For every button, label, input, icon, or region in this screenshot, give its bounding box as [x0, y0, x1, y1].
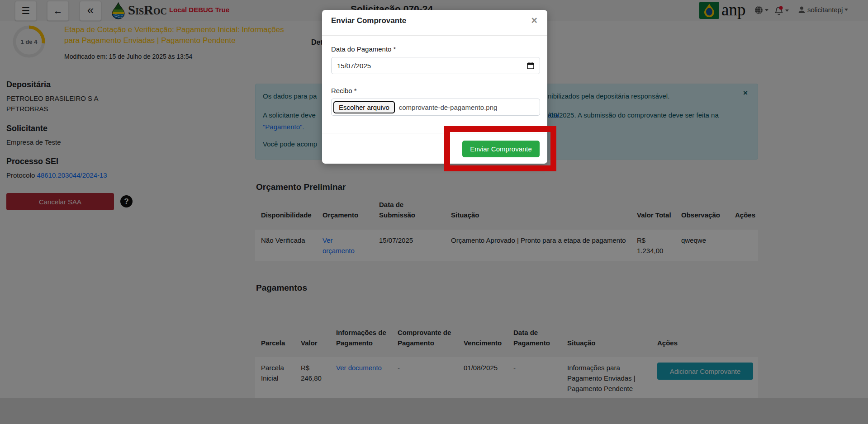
- date-value: 15/07/2025: [337, 62, 371, 70]
- file-label: Recibo *: [331, 87, 357, 94]
- choose-file-button[interactable]: Escolher arquivo: [333, 101, 395, 113]
- enviar-comprovante-modal: Enviar Comprovante × Data do Pagamento *…: [322, 10, 547, 164]
- date-input[interactable]: 15/07/2025: [331, 57, 540, 74]
- modal-title: Enviar Comprovante: [331, 16, 406, 25]
- calendar-icon[interactable]: [527, 62, 534, 69]
- date-label: Data do Pagamento *: [331, 45, 396, 53]
- modal-close-icon[interactable]: ×: [531, 15, 537, 26]
- app-window: ☰ ← « SisRoc: [0, 0, 868, 424]
- file-name: comprovante-de-pagamento.png: [399, 104, 498, 111]
- enviar-comprovante-button[interactable]: Enviar Comprovante: [462, 141, 540, 157]
- modal-footer-divider: [322, 133, 547, 133]
- file-input[interactable]: Escolher arquivo comprovante-de-pagament…: [331, 99, 540, 116]
- modal-header-divider: [322, 35, 547, 36]
